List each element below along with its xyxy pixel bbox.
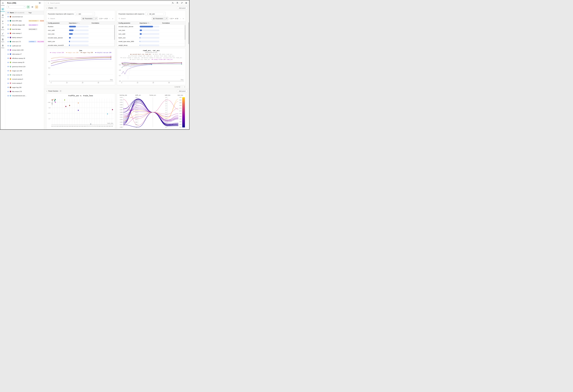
run-name[interactable]: swift-leaf-122 xyxy=(12,45,21,47)
panel-section-title[interactable]: Panel Section xyxy=(48,90,58,92)
run-visibility-eye-icon[interactable] xyxy=(7,45,9,47)
legend-entry[interactable]: snowy-totem-184 road_acc xyxy=(152,59,173,60)
run-visibility-eye-icon[interactable] xyxy=(7,70,9,71)
legend-entry[interactable]: efficient-shape-156 road_acc xyxy=(128,55,153,57)
run-visibility-eye-icon[interactable] xyxy=(7,74,9,76)
importance-column-header[interactable]: Importance↓ xyxy=(140,22,162,24)
magic-wand-button[interactable] xyxy=(164,17,168,20)
metric-select[interactable]: car_acc xyxy=(145,12,165,16)
prev-page-icon[interactable] xyxy=(180,18,181,19)
runs-table-expand-icon[interactable] xyxy=(39,2,42,4)
run-row[interactable]: crimson-sweep-29 xyxy=(5,60,44,65)
x-axis-settings-icon[interactable] xyxy=(172,2,174,4)
run-name[interactable]: snowy-totem-184 xyxy=(12,49,24,51)
tag-remove-icon[interactable]: ✕ xyxy=(37,20,38,21)
sidebar-item-artifacts[interactable]: Artifacts xyxy=(0,44,5,48)
run-visibility-eye-icon[interactable] xyxy=(7,41,9,42)
legend-entry[interactable]: eager-fog-190 xyxy=(81,52,93,53)
correlation-column-header[interactable]: Correlation xyxy=(91,22,115,24)
legend-entry[interactable]: second-best-run road_acc xyxy=(130,53,151,55)
next-page-icon[interactable] xyxy=(112,18,113,19)
table-scrollbar-thumb[interactable] xyxy=(114,25,115,40)
run-name[interactable]: best full data xyxy=(12,28,20,30)
runs-filter-button[interactable] xyxy=(27,5,30,9)
run-row[interactable]: iconic-sweep-5 xyxy=(5,81,44,86)
run-row[interactable]: generous-forest-119 xyxy=(5,65,44,69)
legend-entry[interactable]: swift-leaf-122 road_acc xyxy=(130,59,150,60)
legend-entry[interactable]: magic-sun-188 xyxy=(66,52,78,53)
sidebar-item-jobs[interactable]: Jobs xyxy=(0,20,5,24)
run-name[interactable]: wise-sun-171 xyxy=(12,41,21,42)
sidebar-item-overview[interactable]: Overview xyxy=(0,1,5,6)
run-visibility-eye-icon[interactable] xyxy=(7,16,9,18)
sidebar-item-reports[interactable]: Reports xyxy=(0,38,5,42)
run-name[interactable]: iconic-sweep-5 xyxy=(12,82,22,84)
param-search-input[interactable]: Search xyxy=(119,18,152,19)
run-visibility-eye-icon[interactable] xyxy=(7,78,9,80)
run-visibility-eye-icon[interactable] xyxy=(7,53,9,55)
run-row[interactable]: revived-sweep-9 xyxy=(5,77,44,81)
legend-entry[interactable]: helpful-durian-180 xyxy=(95,52,111,53)
parameter-importance-panel-car_acc[interactable]: Parameter importance with respect tocar_… xyxy=(117,10,186,46)
runs-sort-button[interactable]: ↓↑ xyxy=(35,5,38,9)
sidebar-item-runs[interactable]: Runs xyxy=(0,14,5,18)
name-column-header[interactable]: Name xyxy=(10,12,14,13)
outliers-icon[interactable] xyxy=(181,2,183,4)
regex-toggle[interactable]: .* xyxy=(24,6,24,8)
run-visibility-eye-icon[interactable] xyxy=(7,36,9,38)
tag-chip[interactable]: humans✕ xyxy=(40,20,44,22)
run-visibility-eye-icon[interactable] xyxy=(7,82,9,84)
run-row[interactable]: crisp-sweep-23 xyxy=(5,73,44,77)
run-name[interactable]: misunderstood-swe… xyxy=(12,95,26,96)
iou-chart-panel[interactable]: iousnowy-totem-184magic-sun-188eager-fog… xyxy=(46,48,115,85)
run-visibility-eye-icon[interactable] xyxy=(7,62,9,63)
tag-chip[interactable]: test_medium✕ xyxy=(28,24,38,26)
add-panel-button[interactable]: Add panel xyxy=(177,89,187,92)
run-name[interactable]: effortless-sweep-18 xyxy=(12,57,25,59)
run-row[interactable]: swift-leaf-122 xyxy=(5,44,44,48)
run-visibility-eye-icon[interactable] xyxy=(7,33,9,34)
tag-chip[interactable]: best examples✕ xyxy=(28,20,39,22)
next-page-icon[interactable] xyxy=(182,18,184,19)
sidebar-item-sweeps[interactable]: Sweeps xyxy=(0,32,5,36)
run-name[interactable]: crimson-sweep-29 xyxy=(12,62,24,63)
search-panels-input[interactable]: Search panels xyxy=(46,1,172,5)
prev-page-icon[interactable] xyxy=(109,18,110,19)
collapse-chevron-icon[interactable] xyxy=(46,7,47,9)
run-row[interactable]: magic-sun-188 xyxy=(5,69,44,73)
road-acc-chart-panel[interactable]: road_acc, car_accShowing first 10 runsse… xyxy=(117,48,186,85)
tag-remove-icon[interactable]: ✕ xyxy=(35,41,36,42)
settings-gear-icon[interactable]: ⚙ xyxy=(185,2,187,4)
next-page-icon[interactable] xyxy=(184,86,185,88)
runs-group-button[interactable] xyxy=(31,5,34,9)
legend-entry[interactable]: dainty-sweep-4 road_acc xyxy=(142,57,162,58)
tags-column-header[interactable]: Tags xyxy=(28,12,32,13)
prev-page-icon[interactable] xyxy=(181,86,183,88)
run-row[interactable]: eager-fog-190 xyxy=(5,85,44,89)
tag-chip[interactable]: prod_ready✕ xyxy=(28,28,37,30)
legend-entry[interactable]: solar-sweep-2 road_acc xyxy=(120,57,140,58)
run-name[interactable]: second-best-run xyxy=(12,16,23,18)
runs-search-input[interactable]: .* xyxy=(7,5,26,9)
parameters-button[interactable]: ⚙Parameters xyxy=(152,17,168,20)
run-name[interactable]: crisp-sweep-23 xyxy=(12,74,22,76)
run-row[interactable]: snowy-totem-184 xyxy=(5,48,44,52)
table-scrollbar-thumb[interactable] xyxy=(185,25,185,40)
run-row[interactable]: vital-sweep-17 xyxy=(5,52,44,56)
run-row[interactable]: best 20% databest examples✕humans✕ xyxy=(5,19,44,23)
run-row[interactable]: misunderstood-swe… xyxy=(5,94,44,98)
metric-select[interactable]: acc xyxy=(75,12,95,16)
parameter-importance-panel-acc[interactable]: Parameter importance with respect toaccS… xyxy=(46,10,115,46)
run-visibility-eye-icon[interactable] xyxy=(7,57,9,59)
run-name[interactable]: revived-sweep-9 xyxy=(12,78,23,80)
smoothing-iron-icon[interactable] xyxy=(176,1,179,4)
run-row[interactable]: second-best-run xyxy=(5,15,44,19)
tag-chip[interactable]: test_medium✕ xyxy=(37,41,44,42)
tag-remove-icon[interactable]: ✕ xyxy=(36,29,37,30)
tag-remove-icon[interactable]: ✕ xyxy=(36,24,37,26)
legend-entry[interactable]: best 20% data road_acc xyxy=(153,53,172,55)
correlation-column-header[interactable]: Correlation xyxy=(162,22,186,24)
toggle-all-visibility-eye-icon[interactable] xyxy=(7,12,9,14)
run-visibility-eye-icon[interactable] xyxy=(7,87,9,88)
magic-wand-button[interactable] xyxy=(94,17,98,20)
